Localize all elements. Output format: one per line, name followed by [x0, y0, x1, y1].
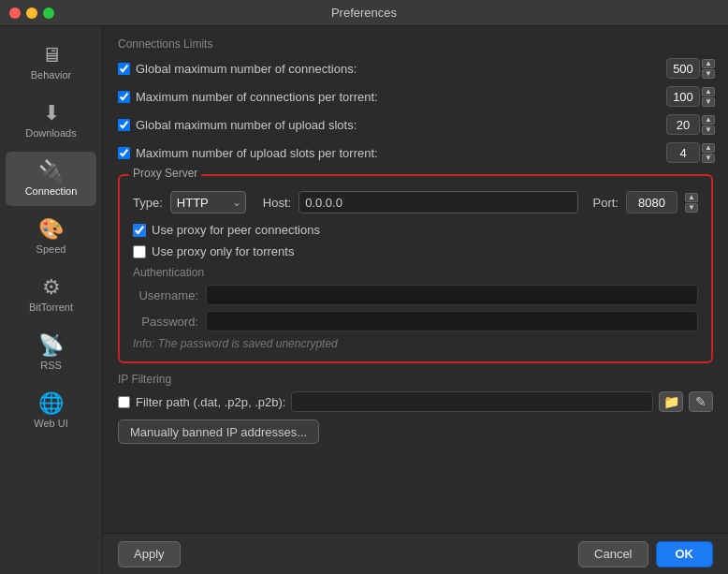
limit-value-0: ▲ ▼ [666, 58, 713, 79]
sidebar-item-downloads[interactable]: ⬇ Downloads [6, 94, 96, 148]
apply-button[interactable]: Apply [118, 541, 181, 567]
limit-label-0: Global maximum number of connections: [136, 62, 661, 76]
limit-checkbox-3[interactable] [118, 147, 130, 159]
limit-checkbox-1[interactable] [118, 91, 130, 103]
spin-down-2[interactable]: ▼ [702, 125, 715, 135]
proxy-port-label: Port: [593, 196, 619, 210]
cb-row-proxy-peers: Use proxy for peer connections [133, 223, 698, 237]
filter-path-checkbox[interactable] [118, 396, 130, 408]
ip-filtering-heading: IP Filtering [118, 373, 713, 386]
auth-password-row: Password: [133, 311, 698, 331]
cb-label-proxy-torrents: Use proxy only for torrents [152, 244, 294, 258]
scroll-area[interactable]: Connections Limits Global maximum number… [103, 26, 728, 533]
minimize-button[interactable] [26, 7, 37, 19]
bittorrent-icon: ⚙ [42, 277, 61, 298]
sidebar-label-downloads: Downloads [25, 127, 76, 139]
limit-label-3: Maximum number of upload slots per torre… [136, 146, 661, 160]
proxy-port-input[interactable] [626, 191, 677, 213]
sidebar: 🖥 Behavior ⬇ Downloads 🔌 Connection 🎨 Sp… [0, 26, 103, 574]
sidebar-label-behavior: Behavior [31, 69, 71, 81]
proxy-section-title: Proxy Server [129, 167, 201, 180]
spin-up-2[interactable]: ▲ [702, 115, 715, 125]
right-buttons: Cancel OK [578, 541, 713, 567]
proxy-port-spinner: ▲ ▼ [685, 193, 698, 213]
proxy-host-label: Host: [263, 196, 291, 210]
limit-checkbox-0[interactable] [118, 63, 130, 75]
limit-label-2: Global maximum number of upload slots: [136, 118, 661, 132]
sidebar-label-speed: Speed [36, 243, 66, 255]
cb-proxy-torrents[interactable] [133, 245, 146, 258]
spin-up-1[interactable]: ▲ [702, 87, 715, 96]
rss-icon: 📡 [38, 335, 64, 356]
limit-row-2: Global maximum number of upload slots: ▲… [118, 114, 713, 135]
auth-label: Authentication [133, 266, 698, 279]
filter-path-label: Filter path (.dat, .p2p, .p2b): [136, 395, 285, 409]
proxy-port-spin-down[interactable]: ▼ [685, 203, 698, 213]
cancel-button[interactable]: Cancel [578, 541, 648, 567]
sidebar-item-speed[interactable]: 🎨 Speed [6, 210, 96, 264]
sidebar-item-connection[interactable]: 🔌 Connection [6, 152, 96, 206]
titlebar: Preferences [0, 0, 728, 26]
close-button[interactable] [9, 7, 21, 19]
proxy-type-row: Type: HTTP None SOCKS4 SOCKS5 Host: Port… [133, 191, 698, 213]
auth-username-row: Username: [133, 285, 698, 305]
speed-icon: 🎨 [38, 219, 64, 240]
username-label: Username: [133, 288, 198, 302]
filter-folder-button[interactable]: 📁 [659, 391, 683, 412]
limit-row-1: Maximum number of connections per torren… [118, 86, 713, 107]
sidebar-item-bittorrent[interactable]: ⚙ BitTorrent [6, 268, 96, 322]
limit-value-1: ▲ ▼ [666, 86, 713, 107]
connection-limits-heading: Connections Limits [118, 37, 713, 51]
main-layout: 🖥 Behavior ⬇ Downloads 🔌 Connection 🎨 Sp… [0, 26, 728, 574]
cb-proxy-peers[interactable] [133, 224, 146, 237]
spin-up-3[interactable]: ▲ [702, 143, 715, 153]
spinner-1: ▲ ▼ [702, 87, 715, 107]
password-label: Password: [133, 315, 198, 329]
sidebar-item-behavior[interactable]: 🖥 Behavior [6, 36, 96, 90]
limit-input-0[interactable] [666, 58, 700, 79]
sidebar-label-bittorrent: BitTorrent [29, 302, 73, 313]
limit-row-3: Maximum number of upload slots per torre… [118, 142, 713, 163]
limit-label-1: Maximum number of connections per torren… [136, 90, 661, 104]
window-controls[interactable] [9, 7, 54, 19]
spin-up-0[interactable]: ▲ [702, 59, 715, 68]
window-title: Preferences [331, 6, 397, 20]
filter-path-input[interactable] [291, 391, 653, 412]
sidebar-label-rss: RSS [40, 360, 62, 371]
username-input[interactable] [206, 285, 698, 305]
proxy-port-spin-up[interactable]: ▲ [685, 193, 698, 202]
spinner-2: ▲ ▼ [702, 115, 715, 135]
edit-icon: ✎ [695, 394, 706, 409]
spinner-0: ▲ ▼ [702, 59, 715, 79]
cb-row-proxy-torrents: Use proxy only for torrents [133, 244, 698, 258]
limit-input-3[interactable] [666, 142, 700, 163]
webui-icon: 🌐 [38, 393, 64, 414]
filter-path-row: Filter path (.dat, .p2p, .p2b): 📁 ✎ [118, 391, 713, 412]
bottom-bar: Apply Cancel OK [103, 533, 728, 574]
proxy-type-label: Type: [133, 196, 163, 210]
sidebar-label-webui: Web UI [34, 418, 67, 429]
spin-down-3[interactable]: ▼ [702, 154, 715, 163]
spin-down-1[interactable]: ▼ [702, 97, 715, 107]
proxy-type-select[interactable]: HTTP None SOCKS4 SOCKS5 [170, 191, 246, 213]
limit-value-3: ▲ ▼ [666, 142, 713, 163]
sidebar-label-connection: Connection [25, 185, 78, 197]
banned-ip-button[interactable]: Manually banned IP addresses... [118, 419, 319, 444]
limit-value-2: ▲ ▼ [666, 114, 713, 135]
spin-down-0[interactable]: ▼ [702, 69, 715, 79]
limit-checkbox-2[interactable] [118, 119, 130, 131]
limit-input-2[interactable] [666, 114, 700, 135]
proxy-type-select-wrapper: HTTP None SOCKS4 SOCKS5 [170, 191, 246, 213]
ok-button[interactable]: OK [656, 541, 714, 567]
cb-label-proxy-peers: Use proxy for peer connections [152, 223, 320, 237]
maximize-button[interactable] [43, 7, 54, 19]
folder-icon: 📁 [663, 394, 679, 409]
sidebar-item-webui[interactable]: 🌐 Web UI [6, 384, 96, 438]
filter-edit-button[interactable]: ✎ [689, 391, 713, 412]
limit-input-1[interactable] [666, 86, 700, 107]
proxy-info-text: Info: The password is saved unencrypted [133, 337, 698, 350]
password-input[interactable] [206, 311, 698, 331]
proxy-host-input[interactable] [298, 191, 577, 213]
sidebar-item-rss[interactable]: 📡 RSS [6, 326, 96, 380]
connection-icon: 🔌 [38, 161, 64, 182]
